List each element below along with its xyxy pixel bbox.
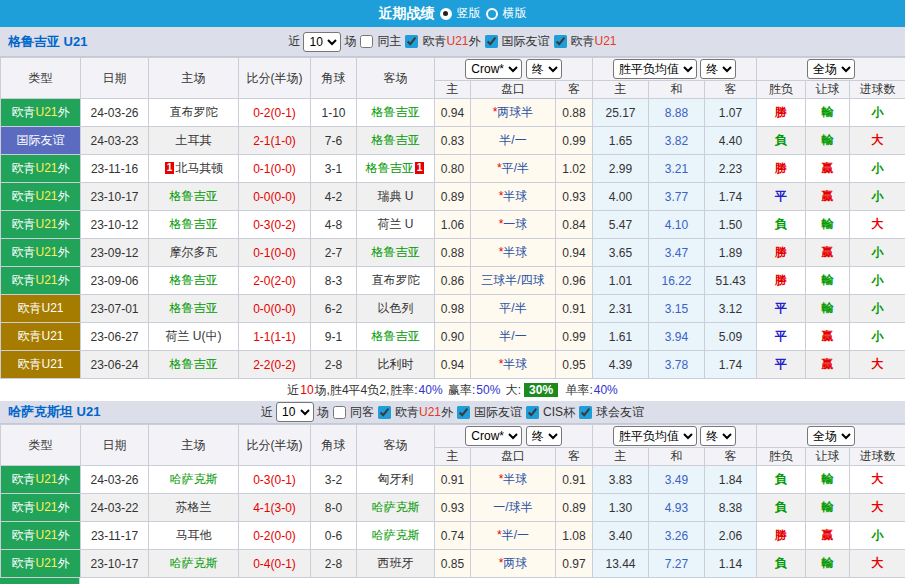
company-select[interactable]: Crow*: [465, 426, 522, 446]
home-team-cell: 直布罗陀: [149, 99, 239, 127]
result-goals-cell: 小: [850, 99, 905, 127]
league-checkbox-0[interactable]: [378, 406, 391, 419]
section-header-georgia: 格鲁吉亚 U21 近10场同主欧青U21外国际友谊欧青U21: [0, 27, 905, 57]
league-checkbox-0[interactable]: [405, 35, 418, 48]
score-cell: 4-1(3-0): [239, 494, 311, 522]
corners-cell: 0-6: [311, 522, 357, 550]
sub-col-header-4: 和: [649, 448, 705, 466]
scope-header-cell: 全场: [757, 58, 905, 81]
league-checkbox-label-0: 欧青U21外: [395, 404, 453, 421]
odds-home-cell: 0.85: [435, 550, 471, 578]
odds-home-cell: 0.93: [435, 494, 471, 522]
date-cell: 24-03-22: [81, 494, 149, 522]
corners-cell: 9-1: [311, 323, 357, 351]
avg-home-cell: 4.00: [593, 183, 649, 211]
summary-record: 场,胜4平4负2,: [315, 382, 390, 399]
avg-away-cell: 3.12: [705, 295, 757, 323]
avg-select[interactable]: 胜平负均值: [613, 426, 697, 446]
odds-home-cell: 0.89: [435, 183, 471, 211]
result-wdl-cell: 勝: [757, 155, 806, 183]
avg-away-cell: 2.06: [705, 522, 757, 550]
odd-rate-value: 40%: [594, 383, 618, 397]
col-header-0: 类型: [1, 425, 81, 466]
away-team-cell: 格鲁吉亚: [357, 323, 435, 351]
handicap-cell: *两球半: [471, 99, 556, 127]
odds-away-cell: 0.84: [556, 211, 593, 239]
score-cell: 0-0(0-0): [239, 295, 311, 323]
win-rate-label: 胜率:: [390, 382, 417, 399]
away-team-cell: 格鲁吉亚1: [357, 155, 435, 183]
league-checkbox-2[interactable]: [526, 406, 539, 419]
odds-away-cell: 0.89: [556, 494, 593, 522]
team-name: 哈萨克斯: [372, 500, 420, 514]
final-odds-select-2[interactable]: 终: [700, 426, 736, 446]
avg-draw-cell: 3.94: [649, 323, 705, 351]
avg-select[interactable]: 胜平负均值: [613, 59, 697, 79]
page-title: 近期战绩: [379, 5, 435, 23]
avg-header-cell: 胜平负均值 终: [593, 425, 757, 448]
team-name: 以色列: [378, 301, 414, 315]
sub-col-header-1: 盘口: [471, 81, 556, 99]
team-name: 格鲁吉亚: [170, 357, 218, 371]
team-name: 土耳其: [176, 133, 212, 147]
team-name: 直布罗陀: [170, 105, 218, 119]
avg-header-cell: 胜平负均值 终: [593, 58, 757, 81]
final-odds-select-1[interactable]: 终: [526, 426, 562, 446]
topbar: 近期战绩 竖版 横版: [0, 0, 905, 27]
result-goals-cell: 小: [850, 522, 905, 550]
company-select[interactable]: Crow*: [465, 59, 522, 79]
league-checkbox-1[interactable]: [485, 35, 498, 48]
league-badge: 欧青U21外: [1, 155, 81, 183]
radio-horizontal-layout[interactable]: [486, 8, 498, 20]
same-venue-checkbox[interactable]: [333, 406, 346, 419]
company-header-cell: Crow* 终: [435, 425, 593, 448]
scope-select[interactable]: 全场: [807, 59, 855, 79]
home-team-cell: 格鲁吉亚: [149, 267, 239, 295]
team-name: 格鲁吉亚: [372, 245, 420, 259]
away-team-cell: 直布罗陀: [357, 267, 435, 295]
avg-away-cell: 1.89: [705, 239, 757, 267]
league-checkbox-2[interactable]: [554, 35, 567, 48]
score-cell: 0-2(0-0): [239, 522, 311, 550]
league-checkbox-label-3: 球会友谊: [596, 404, 644, 421]
date-cell: 23-11-16: [81, 155, 149, 183]
team-name: 北马其顿: [175, 161, 223, 175]
date-cell: 24-03-26: [81, 466, 149, 494]
handicap-cell: 一/球半: [471, 494, 556, 522]
radio-vertical-label[interactable]: 竖版: [457, 5, 481, 22]
league-checkbox-3[interactable]: [579, 406, 592, 419]
team-name: 荷兰 U: [378, 217, 414, 231]
league-badge: 欧青U21外: [1, 183, 81, 211]
match-row: 欧青U21外23-09-12摩尔多瓦0-1(0-0)2-7格鲁吉亚0.88*半球…: [1, 239, 905, 267]
same-venue-checkbox[interactable]: [360, 35, 373, 48]
score-cell: 0-3(0-2): [239, 211, 311, 239]
home-team-cell: 哈萨克斯: [149, 550, 239, 578]
match-row: 欧青U21外24-03-26直布罗陀0-2(0-1)1-10格鲁吉亚0.94*两…: [1, 99, 905, 127]
league-checkbox-1[interactable]: [457, 406, 470, 419]
avg-home-cell: 1.01: [593, 267, 649, 295]
result-handicap-cell: 輸: [806, 267, 850, 295]
match-row: 国际友谊24-03-23土耳其2-1(1-0)7-6格鲁吉亚0.83半/一0.9…: [1, 127, 905, 155]
handicap-cell: 平/半: [471, 295, 556, 323]
match-count-select[interactable]: 10: [303, 32, 341, 52]
team-name: 瑞典 U: [378, 189, 414, 203]
team-name: 摩尔多瓦: [170, 245, 218, 259]
avg-draw-cell: 3.82: [649, 127, 705, 155]
result-goals-cell: 大: [850, 550, 905, 578]
radio-horizontal-label[interactable]: 横版: [503, 5, 527, 22]
result-goals-cell: 小: [850, 239, 905, 267]
match-row: 欧青U21外23-10-17格鲁吉亚0-0(0-0)4-2瑞典 U0.89*半球…: [1, 183, 905, 211]
home-team-cell: 摩尔多瓦: [149, 239, 239, 267]
scope-select[interactable]: 全场: [807, 426, 855, 446]
match-row: 欧青U21外24-03-26哈萨克斯0-3(0-1)3-2匈牙利0.91*半球0…: [1, 466, 905, 494]
final-odds-select-2[interactable]: 终: [700, 59, 736, 79]
radio-vertical-layout[interactable]: [440, 8, 452, 20]
final-odds-select-1[interactable]: 终: [526, 59, 562, 79]
away-team-cell: 哈萨克斯: [357, 522, 435, 550]
odds-home-cell: 0.94: [435, 351, 471, 379]
team-name: 荷兰 U(中): [166, 329, 222, 343]
result-goals-cell: 大: [850, 351, 905, 379]
avg-away-cell: 2.23: [705, 155, 757, 183]
match-count-select[interactable]: 10: [276, 402, 314, 422]
league-badge: 国际友谊: [1, 127, 81, 155]
